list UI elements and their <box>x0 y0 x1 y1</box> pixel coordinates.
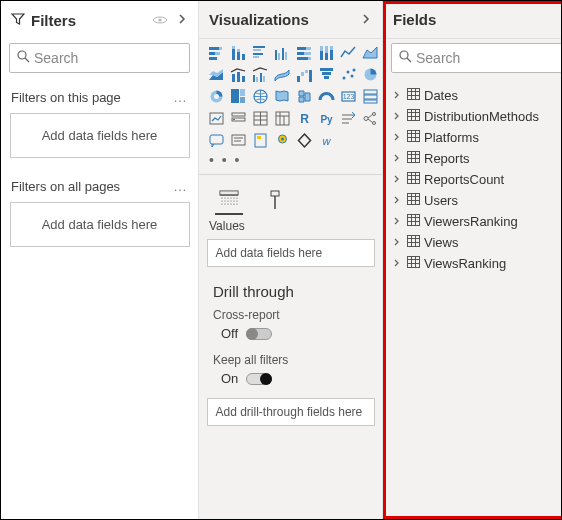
slicer-icon[interactable] <box>229 109 248 128</box>
gauge-icon[interactable] <box>317 87 336 106</box>
filters-header: Filters <box>1 1 198 39</box>
line-chart-icon[interactable] <box>339 43 358 62</box>
shape-map-icon[interactable] <box>295 87 314 106</box>
power-automate-icon[interactable]: w <box>317 131 336 150</box>
kpi-icon[interactable] <box>207 109 226 128</box>
drill-through-dropzone[interactable]: Add drill-through fields here <box>207 398 375 426</box>
svg-rect-35 <box>242 76 245 82</box>
filters-search-input[interactable] <box>9 43 190 73</box>
svg-rect-99 <box>271 191 279 196</box>
cross-report-toggle[interactable] <box>246 328 272 340</box>
decomposition-tree-icon[interactable] <box>361 109 380 128</box>
table-icon[interactable] <box>251 109 270 128</box>
svg-rect-9 <box>232 46 235 49</box>
funnel-icon <box>11 12 25 29</box>
svg-rect-55 <box>240 89 245 96</box>
key-influencers-icon[interactable] <box>339 109 358 128</box>
filters-title: Filters <box>31 12 152 29</box>
keep-filters-toggle[interactable] <box>246 373 272 385</box>
field-table-row[interactable]: Platforms <box>383 127 562 148</box>
svg-rect-3 <box>209 47 219 50</box>
stacked-area-chart-icon[interactable] <box>207 65 226 84</box>
field-table-row[interactable]: Users <box>383 190 562 211</box>
svg-rect-20 <box>285 52 287 60</box>
hundred-percent-column-icon[interactable] <box>317 43 336 62</box>
power-apps-icon[interactable] <box>295 131 314 150</box>
line-and-clustered-column-icon[interactable] <box>251 65 270 84</box>
filters-on-all-pages-label: Filters on all pages <box>11 179 120 194</box>
svg-rect-32 <box>330 46 333 50</box>
treemap-icon[interactable] <box>229 87 248 106</box>
collapse-visualizations-icon[interactable] <box>358 13 374 27</box>
more-visuals-icon[interactable]: • • • <box>199 152 382 170</box>
svg-rect-18 <box>278 53 280 60</box>
waterfall-chart-icon[interactable] <box>295 65 314 84</box>
fields-tab-icon[interactable] <box>215 185 243 215</box>
card-icon[interactable]: 123 <box>339 87 358 106</box>
python-visual-icon[interactable]: Py <box>317 109 336 128</box>
pie-chart-icon[interactable] <box>361 65 380 84</box>
svg-rect-118 <box>408 152 420 163</box>
svg-rect-26 <box>308 57 311 60</box>
cross-report-state: Off <box>221 326 238 341</box>
fields-search-input[interactable] <box>391 43 562 73</box>
donut-chart-icon[interactable] <box>207 87 226 106</box>
stacked-column-chart-icon[interactable] <box>229 43 248 62</box>
svg-rect-95 <box>220 191 238 195</box>
svg-rect-103 <box>408 89 420 100</box>
chevron-right-icon <box>393 90 403 101</box>
filters-on-all-pages-section: Filters on all pages … <box>1 172 198 198</box>
table-icon <box>407 109 420 124</box>
r-visual-icon[interactable]: R <box>295 109 314 128</box>
values-label: Values <box>199 217 382 235</box>
qa-visual-icon[interactable] <box>207 131 226 150</box>
funnel-chart-icon[interactable] <box>317 65 336 84</box>
field-table-row[interactable]: DistributionMethods <box>383 106 562 127</box>
more-options-icon[interactable]: … <box>173 89 188 105</box>
field-table-row[interactable]: Dates <box>383 85 562 106</box>
multi-row-card-icon[interactable] <box>361 87 380 106</box>
arcgis-map-icon[interactable] <box>273 131 292 150</box>
field-table-row[interactable]: ViewsRanking <box>383 253 562 274</box>
svg-rect-128 <box>408 194 420 205</box>
filters-on-page-dropzone[interactable]: Add data fields here <box>10 113 190 158</box>
field-table-row[interactable]: Views <box>383 232 562 253</box>
svg-rect-44 <box>320 68 333 71</box>
svg-rect-56 <box>240 97 245 103</box>
paginated-report-icon[interactable] <box>251 131 270 150</box>
more-options-icon[interactable]: … <box>173 178 188 194</box>
clustered-column-chart-icon[interactable] <box>273 43 292 62</box>
area-chart-icon[interactable] <box>361 43 380 62</box>
svg-rect-24 <box>304 52 311 55</box>
svg-rect-143 <box>408 257 420 268</box>
map-icon[interactable] <box>251 87 270 106</box>
filters-on-page-label: Filters on this page <box>11 90 121 105</box>
matrix-icon[interactable] <box>273 109 292 128</box>
fields-list: DatesDistributionMethodsPlatformsReports… <box>383 83 562 276</box>
values-dropzone[interactable]: Add data fields here <box>207 239 375 267</box>
field-table-row[interactable]: ViewersRanking <box>383 211 562 232</box>
visualizations-panel: Visualizations <box>199 1 383 519</box>
scatter-chart-icon[interactable] <box>339 65 358 84</box>
clustered-bar-chart-icon[interactable] <box>251 43 270 62</box>
field-table-row[interactable]: ReportsCount <box>383 169 562 190</box>
filled-map-icon[interactable] <box>273 87 292 106</box>
collapse-filters-icon[interactable] <box>174 13 190 27</box>
visualization-palette: 123 R Py w <box>199 39 382 152</box>
show-hide-icon[interactable] <box>152 12 168 29</box>
svg-point-81 <box>373 113 376 116</box>
format-tab-icon[interactable] <box>261 185 289 215</box>
svg-rect-40 <box>297 76 300 82</box>
hundred-percent-bar-icon[interactable] <box>295 43 314 62</box>
svg-point-0 <box>159 18 162 21</box>
table-icon <box>407 256 420 271</box>
line-and-stacked-column-icon[interactable] <box>229 65 248 84</box>
svg-rect-43 <box>309 70 312 82</box>
field-table-row[interactable]: Reports <box>383 148 562 169</box>
ribbon-chart-icon[interactable] <box>273 65 292 84</box>
svg-line-2 <box>25 58 29 62</box>
stacked-bar-chart-icon[interactable] <box>207 43 226 62</box>
filters-on-all-pages-dropzone[interactable]: Add data fields here <box>10 202 190 247</box>
field-table-name: DistributionMethods <box>424 109 539 124</box>
smart-narrative-icon[interactable] <box>229 131 248 150</box>
